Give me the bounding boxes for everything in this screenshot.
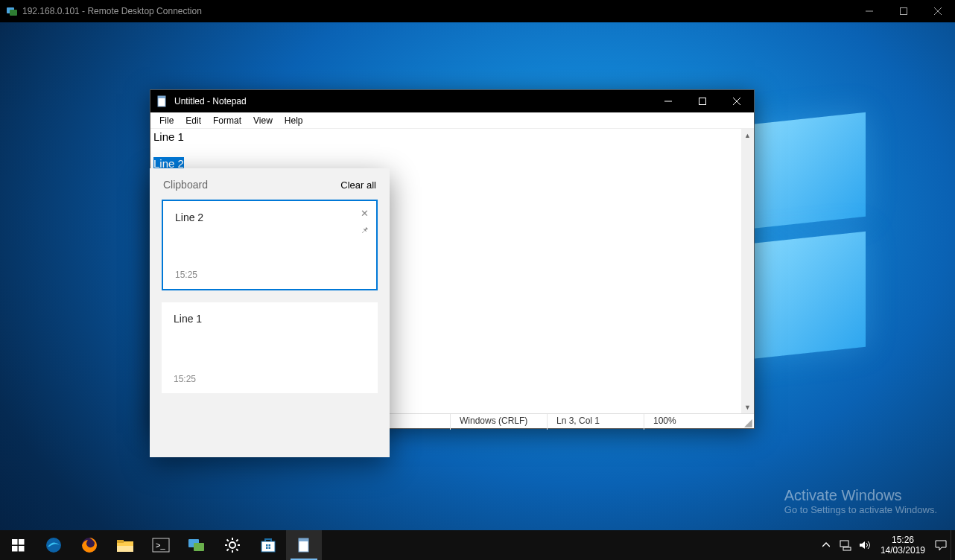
rdp-maximize-button[interactable] xyxy=(886,0,921,22)
notepad-minimize-button[interactable] xyxy=(651,90,685,112)
taskbar-edge-icon[interactable] xyxy=(36,530,72,560)
tray-clock[interactable]: 15:26 14/03/2019 xyxy=(875,533,931,557)
resize-grip-icon[interactable]: ◢ xyxy=(740,414,754,430)
tray-date: 14/03/2019 xyxy=(881,545,925,556)
svg-rect-9 xyxy=(699,98,706,105)
svg-rect-38 xyxy=(269,547,271,550)
taskbar-settings-icon[interactable] xyxy=(215,530,250,560)
clipboard-clear-all-button[interactable]: Clear all xyxy=(340,179,376,191)
status-zoom: 100% xyxy=(644,414,740,430)
clipboard-item-delete-icon[interactable]: ✕ xyxy=(357,206,372,222)
svg-rect-34 xyxy=(261,541,275,552)
start-button[interactable] xyxy=(0,530,36,560)
tray-time: 15:26 xyxy=(881,535,925,545)
notepad-icon xyxy=(155,94,170,109)
menu-edit[interactable]: Edit xyxy=(180,114,207,127)
svg-rect-41 xyxy=(840,541,848,547)
clipboard-item[interactable]: Line 1 15:25 xyxy=(162,302,378,393)
taskbar-firefox-icon[interactable] xyxy=(72,530,107,560)
clipboard-item[interactable]: Line 2 15:25 ✕ 📌︎ xyxy=(162,200,378,290)
svg-rect-1 xyxy=(10,10,17,16)
clipboard-item-time: 15:25 xyxy=(174,374,366,384)
taskbar[interactable]: >_ 15:26 14/03/2019 xyxy=(0,530,955,560)
watermark-subtitle: Go to Settings to activate Windows. xyxy=(784,504,937,515)
svg-rect-35 xyxy=(266,544,268,547)
clipboard-item-time: 15:25 xyxy=(175,270,364,280)
rdp-minimize-button[interactable] xyxy=(852,0,886,22)
menu-help[interactable]: Help xyxy=(279,114,309,127)
system-tray: 15:26 14/03/2019 xyxy=(816,530,955,560)
tray-volume-icon[interactable] xyxy=(855,530,875,560)
svg-rect-15 xyxy=(19,546,25,552)
svg-point-25 xyxy=(229,542,235,548)
svg-line-31 xyxy=(236,549,238,550)
svg-rect-14 xyxy=(12,546,18,552)
notepad-scrollbar[interactable]: ▲ ▼ xyxy=(741,129,754,413)
rdp-title: 192.168.0.101 - Remote Desktop Connectio… xyxy=(22,6,852,16)
clipboard-panel[interactable]: Clipboard Clear all Line 2 15:25 ✕ 📌︎ Li… xyxy=(150,168,390,457)
svg-rect-20 xyxy=(117,546,133,552)
svg-line-33 xyxy=(227,549,229,550)
rdp-icon xyxy=(6,5,18,17)
svg-line-30 xyxy=(227,540,229,541)
notepad-title: Untitled - Notepad xyxy=(174,96,651,106)
taskbar-notepad-icon[interactable] xyxy=(286,530,322,560)
rdp-titlebar: 192.168.0.101 - Remote Desktop Connectio… xyxy=(0,0,955,22)
scroll-up-icon[interactable]: ▲ xyxy=(741,129,754,141)
svg-line-32 xyxy=(236,540,238,541)
svg-text:>_: >_ xyxy=(156,541,165,550)
svg-rect-37 xyxy=(266,547,268,550)
text-line-1: Line 1 xyxy=(153,130,184,143)
svg-rect-36 xyxy=(269,544,271,547)
status-encoding: Windows (CRLF) xyxy=(450,414,547,430)
menu-view[interactable]: View xyxy=(247,114,279,127)
clipboard-item-pin-icon[interactable]: 📌︎ xyxy=(357,222,372,238)
taskbar-remote-desktop-icon[interactable] xyxy=(179,530,215,560)
notepad-maximize-button[interactable] xyxy=(685,90,720,112)
clipboard-title: Clipboard xyxy=(163,179,208,191)
tray-action-center-icon[interactable] xyxy=(931,530,951,560)
taskbar-terminal-icon[interactable]: >_ xyxy=(143,530,179,560)
svg-rect-19 xyxy=(117,540,124,543)
svg-rect-3 xyxy=(901,8,907,15)
watermark-title: Activate Windows xyxy=(784,487,937,504)
tray-network-icon[interactable] xyxy=(836,530,855,560)
svg-rect-40 xyxy=(299,538,308,541)
menu-format[interactable]: Format xyxy=(207,114,247,127)
activate-watermark: Activate Windows Go to Settings to activ… xyxy=(784,487,937,515)
show-desktop-button[interactable] xyxy=(951,530,955,560)
svg-rect-12 xyxy=(12,539,18,545)
notepad-menubar: File Edit Format View Help xyxy=(150,112,754,129)
menu-file[interactable]: File xyxy=(153,114,180,127)
svg-rect-7 xyxy=(158,96,165,98)
tray-overflow-icon[interactable] xyxy=(816,530,836,560)
scroll-down-icon[interactable]: ▼ xyxy=(741,401,754,413)
notepad-titlebar[interactable]: Untitled - Notepad xyxy=(150,90,754,112)
taskbar-store-icon[interactable] xyxy=(250,530,286,560)
taskbar-file-explorer-icon[interactable] xyxy=(107,530,143,560)
clipboard-item-text: Line 2 xyxy=(175,211,364,223)
notepad-close-button[interactable] xyxy=(720,90,754,112)
svg-rect-13 xyxy=(19,539,25,545)
svg-rect-42 xyxy=(843,547,851,550)
rdp-close-button[interactable] xyxy=(921,0,955,22)
svg-rect-24 xyxy=(194,543,204,551)
remote-desktop: Activate Windows Go to Settings to activ… xyxy=(0,22,955,530)
status-position: Ln 3, Col 1 xyxy=(547,414,644,430)
svg-point-16 xyxy=(46,538,61,553)
clipboard-item-text: Line 1 xyxy=(174,313,366,325)
